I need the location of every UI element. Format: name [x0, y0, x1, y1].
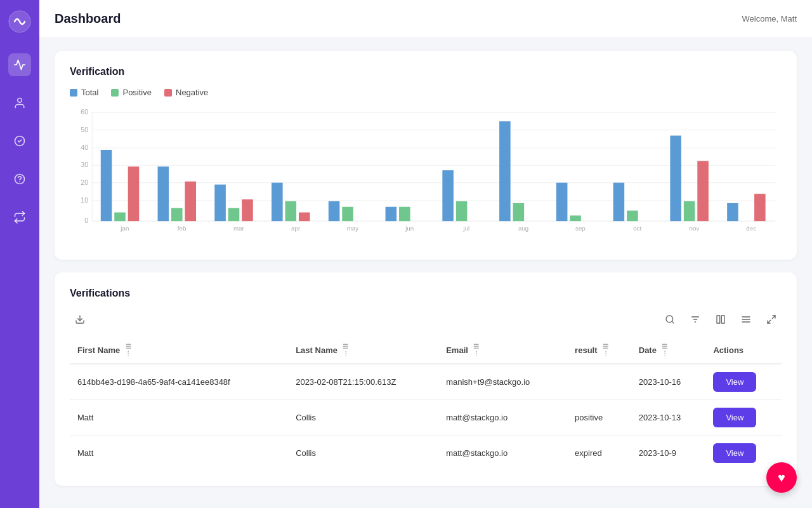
cell-last-name: Collis [288, 400, 438, 436]
content-area: Verification Total Positive Negative [39, 38, 812, 508]
svg-text:oct: oct [633, 225, 641, 232]
svg-rect-44 [456, 201, 468, 221]
fullscreen-button[interactable] [761, 309, 782, 330]
sidebar-item-export[interactable] [8, 206, 31, 229]
verifications-table-card: Verifications [55, 272, 797, 486]
table-row: Matt Collis matt@stackgo.io positive 202… [70, 400, 782, 436]
verifications-table: First Name ☰ ⋮ Last Name [70, 337, 782, 471]
svg-line-64 [672, 321, 674, 323]
sidebar [0, 0, 39, 508]
svg-text:20: 20 [81, 178, 88, 186]
table-row: Matt Collis matt@stackgo.io expired 2023… [70, 436, 782, 471]
svg-text:feb: feb [178, 225, 187, 232]
svg-text:0: 0 [84, 217, 88, 224]
header: Dashboard Welcome, Matt [39, 0, 812, 38]
svg-text:jan: jan [120, 225, 129, 232]
svg-rect-68 [717, 316, 720, 323]
columns-icon [716, 314, 726, 324]
cell-last-name: Collis [288, 436, 438, 471]
fab-button[interactable]: ♥ [766, 462, 797, 493]
cell-email: matt@stackgo.io [438, 436, 567, 471]
cell-result: positive [567, 400, 631, 436]
filter-button[interactable] [685, 309, 705, 330]
chart-title: Verification [70, 66, 782, 77]
chart-legend: Total Positive Negative [70, 88, 782, 97]
svg-text:50: 50 [81, 126, 88, 133]
cell-last-name: 2023-02-08T21:15:00.613Z [288, 364, 438, 400]
svg-rect-57 [697, 161, 709, 222]
columns-button[interactable] [710, 309, 731, 330]
svg-rect-38 [342, 207, 353, 221]
svg-rect-59 [727, 203, 738, 221]
svg-rect-23 [128, 166, 140, 221]
download-button[interactable] [70, 309, 90, 330]
table-row: 614bb4e3-d198-4a65-9af4-ca141ee8348f 202… [70, 364, 782, 400]
svg-point-1 [18, 98, 22, 103]
svg-rect-25 [158, 166, 169, 221]
svg-rect-55 [670, 136, 681, 222]
svg-line-73 [772, 316, 775, 319]
svg-text:sep: sep [575, 225, 586, 232]
search-button[interactable] [660, 309, 680, 330]
svg-text:60: 60 [81, 108, 88, 116]
legend-total-dot [70, 89, 77, 97]
svg-text:30: 30 [81, 161, 88, 168]
svg-rect-33 [272, 183, 283, 221]
svg-text:40: 40 [81, 144, 88, 151]
svg-rect-30 [228, 208, 240, 221]
svg-rect-49 [556, 183, 568, 221]
svg-rect-22 [114, 213, 126, 222]
svg-line-74 [768, 320, 771, 323]
svg-rect-40 [386, 207, 397, 221]
verification-chart-card: Verification Total Positive Negative [55, 51, 797, 260]
svg-text:jun: jun [405, 225, 414, 232]
svg-rect-41 [399, 207, 410, 221]
list-button[interactable] [736, 309, 756, 330]
logo [8, 10, 31, 36]
legend-positive: Positive [111, 88, 152, 97]
svg-text:10: 10 [81, 196, 88, 204]
legend-total-label: Total [81, 88, 98, 97]
sidebar-item-user[interactable] [8, 91, 31, 114]
download-icon [75, 314, 85, 324]
sidebar-item-question[interactable] [8, 168, 31, 190]
main-content: Dashboard Welcome, Matt Verification Tot… [39, 0, 812, 508]
table-title: Verifications [70, 288, 782, 299]
svg-text:apr: apr [291, 225, 301, 232]
view-button[interactable]: View [713, 372, 756, 392]
legend-negative: Negative [164, 88, 208, 97]
svg-rect-37 [329, 201, 340, 221]
col-actions: Actions [705, 337, 782, 364]
col-last-name: Last Name ☰ ⋮ [288, 337, 438, 364]
list-icon [741, 314, 751, 324]
sidebar-item-check[interactable] [8, 130, 31, 152]
col-first-name: First Name ☰ ⋮ [70, 337, 288, 364]
svg-text:jul: jul [463, 225, 470, 232]
svg-rect-21 [101, 150, 112, 221]
legend-positive-dot [111, 89, 119, 97]
svg-rect-31 [242, 199, 253, 221]
svg-rect-50 [570, 215, 581, 221]
cell-email: matt@stackgo.io [438, 400, 567, 436]
svg-text:mar: mar [233, 225, 245, 232]
svg-rect-27 [185, 182, 196, 221]
view-button[interactable]: View [713, 408, 756, 427]
svg-rect-46 [499, 121, 511, 221]
cell-date: 2023-10-13 [631, 400, 706, 436]
svg-text:dec: dec [746, 225, 756, 232]
cell-first-name: Matt [70, 400, 288, 436]
svg-text:nov: nov [690, 225, 700, 232]
cell-result [567, 364, 631, 400]
sidebar-item-activity[interactable] [8, 53, 31, 76]
legend-negative-dot [164, 89, 172, 97]
cell-date: 2023-10-16 [631, 364, 706, 400]
bar-chart-svg: 60 50 40 30 20 10 0 jan [70, 105, 782, 244]
svg-rect-35 [299, 213, 310, 222]
legend-negative-label: Negative [176, 88, 208, 97]
legend-positive-label: Positive [122, 88, 152, 97]
svg-rect-52 [613, 183, 625, 221]
svg-rect-56 [684, 201, 695, 221]
filter-icon [690, 314, 700, 324]
view-button[interactable]: View [713, 443, 756, 463]
svg-text:may: may [347, 225, 359, 232]
